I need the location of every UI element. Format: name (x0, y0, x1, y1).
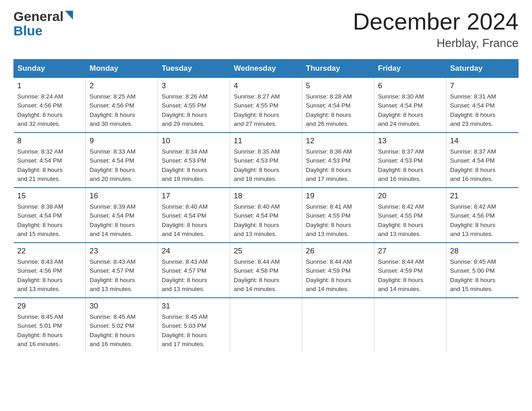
col-tuesday: Tuesday (158, 60, 230, 78)
day-info: Sunrise: 8:43 AM Sunset: 4:56 PM Dayligh… (17, 257, 82, 294)
day-number: 18 (234, 192, 298, 201)
calendar-cell: 25 Sunrise: 8:44 AM Sunset: 4:58 PM Dayl… (230, 243, 302, 298)
day-info: Sunrise: 8:44 AM Sunset: 4:58 PM Dayligh… (234, 257, 298, 294)
logo-general: General (13, 9, 64, 24)
calendar-cell: 9 Sunrise: 8:33 AM Sunset: 4:54 PM Dayli… (86, 133, 158, 188)
day-number: 24 (162, 247, 226, 256)
calendar-cell: 28 Sunrise: 8:45 AM Sunset: 5:00 PM Dayl… (446, 243, 519, 298)
calendar-week-row: 29 Sunrise: 8:45 AM Sunset: 5:01 PM Dayl… (14, 298, 519, 352)
day-info: Sunrise: 8:24 AM Sunset: 4:56 PM Dayligh… (17, 92, 82, 128)
day-number: 2 (90, 81, 154, 90)
day-number: 21 (450, 192, 515, 201)
day-info: Sunrise: 8:44 AM Sunset: 4:59 PM Dayligh… (378, 257, 442, 294)
day-info: Sunrise: 8:42 AM Sunset: 4:56 PM Dayligh… (450, 202, 515, 239)
day-info: Sunrise: 8:28 AM Sunset: 4:54 PM Dayligh… (306, 92, 370, 128)
day-number: 13 (378, 137, 442, 146)
col-friday: Friday (374, 60, 446, 78)
day-info: Sunrise: 8:30 AM Sunset: 4:54 PM Dayligh… (378, 92, 442, 128)
day-number: 3 (162, 81, 226, 90)
day-number: 15 (17, 192, 82, 201)
day-number: 10 (162, 137, 226, 146)
calendar-cell: 24 Sunrise: 8:43 AM Sunset: 4:57 PM Dayl… (158, 243, 230, 298)
day-info: Sunrise: 8:36 AM Sunset: 4:53 PM Dayligh… (306, 147, 370, 184)
location-title: Herblay, France (353, 36, 519, 50)
day-info: Sunrise: 8:33 AM Sunset: 4:54 PM Dayligh… (90, 147, 154, 184)
day-number: 28 (450, 247, 515, 256)
calendar-cell: 15 Sunrise: 8:38 AM Sunset: 4:54 PM Dayl… (14, 188, 86, 243)
day-info: Sunrise: 8:41 AM Sunset: 4:55 PM Dayligh… (306, 202, 370, 239)
calendar-cell: 19 Sunrise: 8:41 AM Sunset: 4:55 PM Dayl… (302, 188, 374, 243)
day-info: Sunrise: 8:42 AM Sunset: 4:55 PM Dayligh… (378, 202, 442, 239)
day-info: Sunrise: 8:32 AM Sunset: 4:54 PM Dayligh… (17, 147, 82, 184)
calendar-cell: 7 Sunrise: 8:31 AM Sunset: 4:54 PM Dayli… (446, 78, 519, 133)
day-info: Sunrise: 8:39 AM Sunset: 4:54 PM Dayligh… (90, 202, 154, 239)
col-saturday: Saturday (446, 60, 519, 78)
calendar-cell: 6 Sunrise: 8:30 AM Sunset: 4:54 PM Dayli… (374, 78, 446, 133)
day-info: Sunrise: 8:40 AM Sunset: 4:54 PM Dayligh… (234, 202, 298, 239)
calendar-cell: 17 Sunrise: 8:40 AM Sunset: 4:54 PM Dayl… (158, 188, 230, 243)
day-info: Sunrise: 8:45 AM Sunset: 5:02 PM Dayligh… (90, 313, 154, 349)
calendar-cell: 30 Sunrise: 8:45 AM Sunset: 5:02 PM Dayl… (86, 298, 158, 352)
day-number: 23 (90, 247, 154, 256)
day-number: 26 (306, 247, 370, 256)
col-monday: Monday (86, 60, 158, 78)
calendar-cell: 8 Sunrise: 8:32 AM Sunset: 4:54 PM Dayli… (14, 133, 86, 188)
calendar-cell (374, 298, 446, 352)
calendar-cell: 1 Sunrise: 8:24 AM Sunset: 4:56 PM Dayli… (14, 78, 86, 133)
day-number: 8 (17, 137, 82, 146)
calendar-header-row: Sunday Monday Tuesday Wednesday Thursday… (14, 60, 519, 78)
calendar-cell: 26 Sunrise: 8:44 AM Sunset: 4:59 PM Dayl… (302, 243, 374, 298)
day-info: Sunrise: 8:45 AM Sunset: 5:03 PM Dayligh… (162, 313, 226, 349)
svg-marker-0 (65, 11, 73, 20)
day-number: 25 (234, 247, 298, 256)
calendar-week-row: 15 Sunrise: 8:38 AM Sunset: 4:54 PM Dayl… (14, 188, 519, 243)
calendar-cell: 22 Sunrise: 8:43 AM Sunset: 4:56 PM Dayl… (14, 243, 86, 298)
day-number: 27 (378, 247, 442, 256)
calendar-cell: 18 Sunrise: 8:40 AM Sunset: 4:54 PM Dayl… (230, 188, 302, 243)
day-number: 7 (450, 81, 515, 90)
calendar-cell: 23 Sunrise: 8:43 AM Sunset: 4:57 PM Dayl… (86, 243, 158, 298)
day-number: 29 (17, 302, 82, 311)
day-info: Sunrise: 8:38 AM Sunset: 4:54 PM Dayligh… (17, 202, 82, 239)
day-info: Sunrise: 8:43 AM Sunset: 4:57 PM Dayligh… (90, 257, 154, 294)
calendar-cell: 10 Sunrise: 8:34 AM Sunset: 4:53 PM Dayl… (158, 133, 230, 188)
logo: General Blue (13, 9, 73, 39)
day-number: 30 (90, 302, 154, 311)
day-number: 6 (378, 81, 442, 90)
day-number: 4 (234, 81, 298, 90)
day-number: 12 (306, 137, 370, 146)
calendar-cell: 5 Sunrise: 8:28 AM Sunset: 4:54 PM Dayli… (302, 78, 374, 133)
col-wednesday: Wednesday (230, 60, 302, 78)
title-section: December 2024 Herblay, France (353, 9, 519, 50)
month-title: December 2024 (353, 9, 519, 34)
calendar-cell: 21 Sunrise: 8:42 AM Sunset: 4:56 PM Dayl… (446, 188, 519, 243)
calendar-cell: 27 Sunrise: 8:44 AM Sunset: 4:59 PM Dayl… (374, 243, 446, 298)
day-number: 20 (378, 192, 442, 201)
day-number: 17 (162, 192, 226, 201)
day-number: 11 (234, 137, 298, 146)
day-info: Sunrise: 8:45 AM Sunset: 5:01 PM Dayligh… (17, 313, 82, 349)
day-number: 19 (306, 192, 370, 201)
calendar-cell: 3 Sunrise: 8:26 AM Sunset: 4:55 PM Dayli… (158, 78, 230, 133)
calendar-cell: 4 Sunrise: 8:27 AM Sunset: 4:55 PM Dayli… (230, 78, 302, 133)
calendar-week-row: 1 Sunrise: 8:24 AM Sunset: 4:56 PM Dayli… (14, 78, 519, 133)
calendar-cell: 13 Sunrise: 8:37 AM Sunset: 4:53 PM Dayl… (374, 133, 446, 188)
page-header: General Blue December 2024 Herblay, Fran… (13, 9, 519, 50)
calendar-week-row: 22 Sunrise: 8:43 AM Sunset: 4:56 PM Dayl… (14, 243, 519, 298)
day-info: Sunrise: 8:26 AM Sunset: 4:55 PM Dayligh… (162, 92, 226, 128)
day-info: Sunrise: 8:31 AM Sunset: 4:54 PM Dayligh… (450, 92, 515, 128)
calendar-cell (446, 298, 519, 352)
day-info: Sunrise: 8:37 AM Sunset: 4:53 PM Dayligh… (378, 147, 442, 184)
calendar-cell: 20 Sunrise: 8:42 AM Sunset: 4:55 PM Dayl… (374, 188, 446, 243)
day-info: Sunrise: 8:37 AM Sunset: 4:54 PM Dayligh… (450, 147, 515, 184)
col-sunday: Sunday (14, 60, 86, 78)
logo-general-text: General (13, 9, 73, 24)
day-number: 1 (17, 81, 82, 90)
col-thursday: Thursday (302, 60, 374, 78)
calendar-table: Sunday Monday Tuesday Wednesday Thursday… (13, 59, 519, 352)
calendar-cell (230, 298, 302, 352)
calendar-cell: 31 Sunrise: 8:45 AM Sunset: 5:03 PM Dayl… (158, 298, 230, 352)
day-info: Sunrise: 8:43 AM Sunset: 4:57 PM Dayligh… (162, 257, 226, 294)
calendar-week-row: 8 Sunrise: 8:32 AM Sunset: 4:54 PM Dayli… (14, 133, 519, 188)
day-info: Sunrise: 8:40 AM Sunset: 4:54 PM Dayligh… (162, 202, 226, 239)
